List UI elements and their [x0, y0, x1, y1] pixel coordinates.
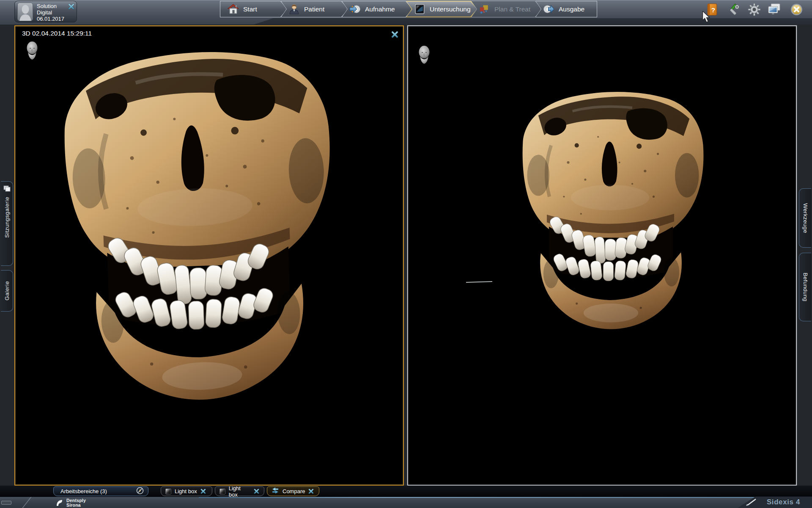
pin-disabled-icon[interactable]: [136, 487, 144, 496]
sidebar-tab-label: Befundung: [802, 273, 809, 301]
close-tab-icon[interactable]: [254, 489, 260, 494]
patient-name-line2: Digital: [37, 9, 64, 16]
top-bar: Solution Digital 06.01.2017 Start: [0, 0, 812, 25]
statusbar-diagonal-divider: [22, 497, 45, 508]
tab-plan-treat-label: Plan & Treat: [494, 6, 530, 13]
tab-start-label: Start: [243, 6, 257, 13]
mouse-cursor: [702, 11, 711, 24]
dentsply-sirona-logo: Dentsply Sirona: [55, 498, 86, 507]
brand-line2: Sirona: [66, 503, 86, 508]
pencil-icon: [745, 498, 757, 506]
close-tab-icon[interactable]: [308, 489, 314, 494]
viewport-left-label: 3D 02.04.2014 15:29:11: [22, 30, 92, 37]
lightbox-tab-2[interactable]: Light box: [215, 486, 264, 496]
arbeitsbereiche-label: Arbeitsbereiche (3): [60, 488, 107, 494]
scan-artifact-line: [466, 281, 492, 283]
windows-icon[interactable]: [768, 3, 781, 17]
tab-ausgabe[interactable]: Ausgabe: [535, 1, 597, 17]
tab-patient-label: Patient: [304, 6, 324, 13]
3d-volume-rendering-large[interactable]: [47, 38, 348, 423]
topbar-shading: [254, 18, 812, 25]
sidebar-tab-sitzungsgalerie[interactable]: Sitzungsgalerie: [1, 181, 13, 266]
main-workspace: 3D 02.04.2014 15:29:11: [0, 25, 812, 486]
tab-plan-treat: Plan & Treat: [471, 1, 542, 17]
viewport-left-close-icon[interactable]: [391, 31, 398, 38]
tab-untersuchung[interactable]: Untersuchung: [406, 1, 478, 17]
tab-aufnahme-label: Aufnahme: [365, 6, 395, 13]
sidebar-tab-label: Galerie: [4, 281, 10, 301]
output-icon: [543, 3, 554, 15]
sidebar-tab-label: Sitzungsgalerie: [4, 197, 10, 238]
patient-date: 06.01.2017: [37, 16, 64, 22]
tab-start[interactable]: Start: [220, 1, 288, 17]
tools-icon[interactable]: [727, 3, 740, 17]
tab-untersuchung-label: Untersuchung: [430, 6, 471, 13]
workspace-tab-bar: Arbeitsbereiche (3) Light box Light box: [0, 486, 812, 497]
compare-tab[interactable]: Compare: [267, 486, 319, 496]
lightbox-tab-label: Light box: [229, 485, 251, 498]
tab-patient[interactable]: Patient: [281, 1, 348, 17]
examination-icon: [414, 3, 425, 15]
sidebar-tab-galerie[interactable]: Galerie: [1, 270, 13, 312]
acquisition-icon: [349, 3, 361, 15]
svg-text:?: ?: [711, 6, 715, 14]
patient-card[interactable]: Solution Digital 06.01.2017: [14, 1, 77, 22]
close-session-icon[interactable]: [790, 3, 803, 17]
patient-avatar: [17, 3, 33, 21]
tab-ausgabe-label: Ausgabe: [559, 6, 584, 13]
session-gallery-icon: [3, 185, 11, 193]
lightbox-tab-label: Light box: [175, 488, 197, 494]
statusbar-corner-shape: [1, 501, 11, 505]
dentsply-swoosh-icon: [55, 499, 63, 507]
lightbox-icon: [165, 489, 171, 494]
viewport-3d-right[interactable]: [407, 25, 797, 486]
orientation-head-icon[interactable]: [417, 45, 432, 65]
compare-tab-label: Compare: [283, 488, 305, 494]
lightbox-icon: [219, 489, 225, 494]
orientation-head-icon[interactable]: [25, 41, 40, 61]
close-tab-icon[interactable]: [200, 489, 206, 494]
3d-volume-rendering-small[interactable]: [513, 86, 709, 342]
tab-aufnahme[interactable]: Aufnahme: [342, 1, 413, 17]
patient-icon: [288, 3, 300, 15]
viewport-3d-left[interactable]: 3D 02.04.2014 15:29:11: [14, 25, 404, 486]
brand-line1: Dentsply: [66, 498, 86, 503]
compare-icon: [272, 487, 279, 495]
sidexis-app-window: Solution Digital 06.01.2017 Start: [0, 0, 812, 508]
statusbar-accent-line: [199, 497, 812, 498]
lightbox-tab-1[interactable]: Light box: [161, 486, 212, 496]
app-name: Sidexis 4: [767, 498, 800, 506]
sidebar-tab-label: Werkzeuge: [802, 203, 809, 233]
plan-treat-icon: [479, 3, 490, 15]
status-bar: Dentsply Sirona Sidexis 4: [0, 497, 812, 508]
sidebar-tab-werkzeuge[interactable]: Werkzeuge: [799, 188, 811, 248]
sidebar-tab-befundung[interactable]: Befundung: [799, 253, 811, 321]
patient-card-close-icon[interactable]: [68, 3, 74, 10]
patient-name-line1: Solution: [37, 3, 64, 9]
arbeitsbereiche-tab[interactable]: Arbeitsbereiche (3): [53, 486, 148, 496]
settings-gear-icon[interactable]: [748, 3, 761, 17]
home-icon: [228, 3, 239, 15]
